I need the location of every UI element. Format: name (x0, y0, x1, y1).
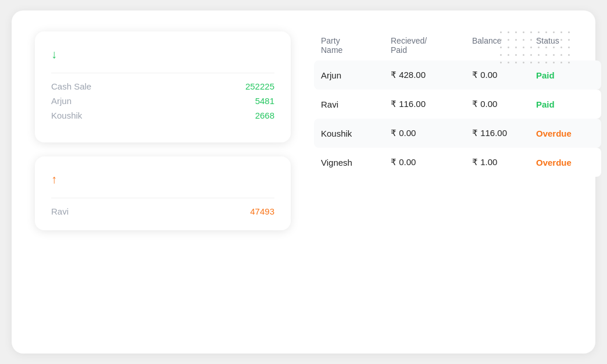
arrow-up-icon: ↑ (51, 173, 57, 186)
cell-received: ₹ 428.00 (391, 70, 472, 80)
receive-row-arjun: Arjun 5481 (51, 96, 274, 106)
cell-received: ₹ 0.00 (391, 128, 472, 138)
arrow-down-icon: ↓ (51, 48, 57, 61)
table-rows: Arjun ₹ 428.00 ₹ 0.00 Paid Ravi ₹ 116.00… (314, 60, 601, 177)
table-row: Vignesh ₹ 0.00 ₹ 1.00 Overdue (314, 148, 601, 177)
cell-balance: ₹ 116.00 (472, 128, 536, 138)
receive-row-cashsale: Cash Sale 252225 (51, 81, 274, 91)
right-column: PartyName Recieved/Paid Balance Status A… (314, 31, 601, 333)
header-party: PartyName (321, 36, 391, 55)
pay-row-ravi-label: Ravi (51, 206, 69, 216)
status-badge: Paid (536, 70, 594, 80)
receive-card-rows: Cash Sale 252225 Arjun 5481 Koushik 2668 (51, 81, 274, 120)
cell-balance: ₹ 0.00 (472, 99, 536, 109)
status-badge: Paid (536, 99, 594, 109)
pay-card-header: ↑ (51, 173, 274, 186)
cell-party: Ravi (321, 99, 391, 109)
receive-row-arjun-label: Arjun (51, 96, 72, 106)
main-card: const dg = document.querySelector('.dot-… (12, 10, 595, 354)
table-row: Koushik ₹ 0.00 ₹ 116.00 Overdue (314, 119, 601, 148)
cell-party: Vignesh (321, 158, 391, 167)
receive-row-cashsale-label: Cash Sale (51, 81, 91, 91)
receive-card-header: ↓ (51, 48, 274, 61)
cell-party: Arjun (321, 70, 391, 80)
pay-row-ravi: Ravi 47493 (51, 206, 274, 216)
status-badge: Overdue (536, 129, 594, 138)
cell-balance: ₹ 0.00 (472, 70, 536, 80)
status-badge: Overdue (536, 158, 594, 167)
cell-party: Koushik (321, 129, 391, 138)
receive-card: ↓ Cash Sale 252225 Arjun 5481 Koushik 26… (35, 31, 291, 142)
receive-row-koushik: Koushik 2668 (51, 110, 274, 120)
receive-row-koushik-value: 2668 (255, 110, 274, 120)
cell-received: ₹ 116.00 (391, 99, 472, 109)
receive-row-koushik-label: Koushik (51, 110, 82, 120)
dot-decoration: const dg = document.querySelector('.dot-… (500, 31, 572, 66)
table-row: Ravi ₹ 116.00 ₹ 0.00 Paid (314, 90, 601, 119)
left-column: ↓ Cash Sale 252225 Arjun 5481 Koushik 26… (35, 31, 291, 333)
pay-card-rows: Ravi 47493 (51, 206, 274, 216)
cell-balance: ₹ 1.00 (472, 157, 536, 167)
receive-row-arjun-value: 5481 (255, 96, 274, 106)
pay-row-ravi-value: 47493 (250, 206, 274, 216)
pay-card: ↑ Ravi 47493 (35, 156, 291, 230)
header-received: Recieved/Paid (391, 36, 472, 55)
receive-row-cashsale-value: 252225 (245, 81, 274, 91)
cell-received: ₹ 0.00 (391, 157, 472, 167)
